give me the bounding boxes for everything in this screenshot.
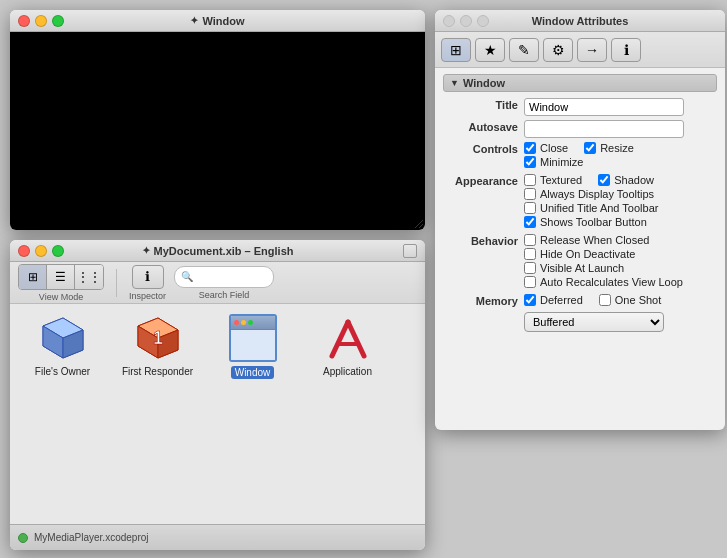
svg-text:1: 1 — [152, 328, 162, 348]
toolbar-btn-label: Shows Toolbar Button — [540, 216, 647, 228]
toolbar-btn-checkbox-row: Shows Toolbar Button — [524, 216, 717, 228]
toolbar-sep-1 — [116, 269, 117, 297]
resize-handle[interactable] — [413, 218, 425, 230]
memory-field-label: Memory — [443, 294, 518, 307]
status-dot — [18, 533, 28, 543]
visible-launch-label: Visible At Launch — [540, 262, 624, 274]
attr-tab-bindings[interactable]: ⚙ — [543, 38, 573, 62]
view-mode-label: View Mode — [39, 292, 83, 302]
visible-launch-checkbox[interactable] — [524, 262, 536, 274]
release-label: Release When Closed — [540, 234, 649, 246]
doc-traffic-lights[interactable] — [18, 245, 64, 257]
deferred-label: Deferred — [540, 294, 583, 306]
close-checkbox[interactable] — [524, 142, 536, 154]
close-button[interactable] — [18, 15, 30, 27]
oneshot-label: One Shot — [615, 294, 661, 306]
visible-launch-checkbox-row: Visible At Launch — [524, 262, 717, 274]
view-column-button[interactable]: ⋮⋮ — [75, 265, 103, 289]
attr-tab-controller[interactable]: → — [577, 38, 607, 62]
autosave-field-label: Autosave — [443, 120, 518, 133]
memory-row: Memory Deferred One Shot Buffered Ret — [443, 294, 717, 332]
hide-deact-checkbox[interactable] — [524, 248, 536, 260]
search-icon: 🔍 — [181, 271, 193, 282]
controls-value-area: Close Resize Minimize — [524, 142, 717, 170]
view-mode-buttons[interactable]: ⊞ ☰ ⋮⋮ — [18, 264, 104, 290]
attr-content: ▼ Window Title Autosave Controls — [435, 68, 725, 342]
textured-checkbox[interactable] — [524, 174, 536, 186]
deferred-checkbox[interactable] — [524, 294, 536, 306]
application-icon — [324, 314, 372, 362]
attr-tab-size[interactable]: ✎ — [509, 38, 539, 62]
behavior-row: Behavior Release When Closed Hide On Dea… — [443, 234, 717, 290]
search-field-label: Search Field — [199, 290, 250, 300]
first-responder-item[interactable]: 1 First Responder — [115, 314, 200, 379]
search-input[interactable] — [197, 271, 267, 282]
doc-maximize-button[interactable] — [52, 245, 64, 257]
minimize-button[interactable] — [35, 15, 47, 27]
window-label: Window — [231, 366, 275, 379]
appearance-field-label: Appearance — [443, 174, 518, 187]
resize-checkbox-row: Resize — [584, 142, 634, 154]
attr-close-button[interactable] — [443, 15, 455, 27]
buffering-select[interactable]: Buffered Retained Non-Retained — [524, 312, 664, 332]
maximize-button[interactable] — [52, 15, 64, 27]
search-box[interactable]: 🔍 — [174, 266, 274, 288]
attr-traffic-lights[interactable] — [443, 15, 489, 27]
attr-toolbar: ⊞ ★ ✎ ⚙ → ℹ — [435, 32, 725, 68]
view-icon-button[interactable]: ⊞ — [19, 265, 47, 289]
behavior-field-label: Behavior — [443, 234, 518, 247]
attr-tab-attributes[interactable]: ⊞ — [441, 38, 471, 62]
first-responder-icon: 1 — [134, 314, 182, 362]
doc-zoom-button[interactable] — [403, 244, 417, 258]
doc-minimize-button[interactable] — [35, 245, 47, 257]
controls-field-label: Controls — [443, 142, 518, 155]
window-icon — [229, 314, 277, 362]
tooltips-checkbox-row: Always Display Tooltips — [524, 188, 717, 200]
attr-minimize-button[interactable] — [460, 15, 472, 27]
release-checkbox[interactable] — [524, 234, 536, 246]
minimize-checkbox[interactable] — [524, 156, 536, 168]
files-owner-icon — [39, 314, 87, 362]
autosave-input[interactable] — [524, 120, 684, 138]
title-row: Title — [443, 98, 717, 116]
toolbar-btn-checkbox[interactable] — [524, 216, 536, 228]
controls-row: Controls Close Resize Minimize — [443, 142, 717, 170]
behavior-value-area: Release When Closed Hide On Deactivate V… — [524, 234, 717, 290]
view-list-button[interactable]: ☰ — [47, 265, 75, 289]
appearance-value-area: Textured Shadow Always Display Tooltips … — [524, 174, 717, 230]
oneshot-checkbox[interactable] — [599, 294, 611, 306]
doc-window-title: ✦ MyDocument.xib – English — [142, 245, 294, 257]
doc-titlebar: ✦ MyDocument.xib – English — [10, 240, 425, 262]
close-checkbox-label: Close — [540, 142, 568, 154]
resize-checkbox[interactable] — [584, 142, 596, 154]
files-owner-item[interactable]: File's Owner — [20, 314, 105, 379]
inspector-button[interactable]: ℹ — [132, 265, 164, 289]
preview-canvas — [10, 32, 425, 230]
unified-label: Unified Title And Toolbar — [540, 202, 658, 214]
shadow-checkbox[interactable] — [598, 174, 610, 186]
project-name: MyMediaPlayer.xcodeproj — [34, 532, 149, 543]
memory-value-area: Deferred One Shot Buffered Retained Non-… — [524, 294, 717, 332]
svg-line-10 — [348, 322, 364, 356]
doc-close-button[interactable] — [18, 245, 30, 257]
application-label: Application — [323, 366, 372, 377]
inspector-group: ℹ Inspector — [129, 265, 166, 301]
shadow-checkbox-row: Shadow — [598, 174, 654, 186]
deferred-checkbox-row: Deferred — [524, 294, 583, 306]
svg-line-9 — [332, 322, 348, 356]
traffic-lights[interactable] — [18, 15, 64, 27]
preview-window-title: ✦ Window — [190, 15, 244, 27]
hide-deact-checkbox-row: Hide On Deactivate — [524, 248, 717, 260]
attr-tab-connections[interactable]: ★ — [475, 38, 505, 62]
window-item[interactable]: Window — [210, 314, 295, 379]
attr-maximize-button[interactable] — [477, 15, 489, 27]
attributes-titlebar: Window Attributes — [435, 10, 725, 32]
auto-recalc-label: Auto Recalculates View Loop — [540, 276, 683, 288]
application-item[interactable]: Application — [305, 314, 390, 379]
title-input[interactable] — [524, 98, 684, 116]
tooltips-checkbox[interactable] — [524, 188, 536, 200]
unified-checkbox[interactable] — [524, 202, 536, 214]
auto-recalc-checkbox[interactable] — [524, 276, 536, 288]
controls-line1: Close Resize — [524, 142, 717, 156]
attr-tab-identity[interactable]: ℹ — [611, 38, 641, 62]
